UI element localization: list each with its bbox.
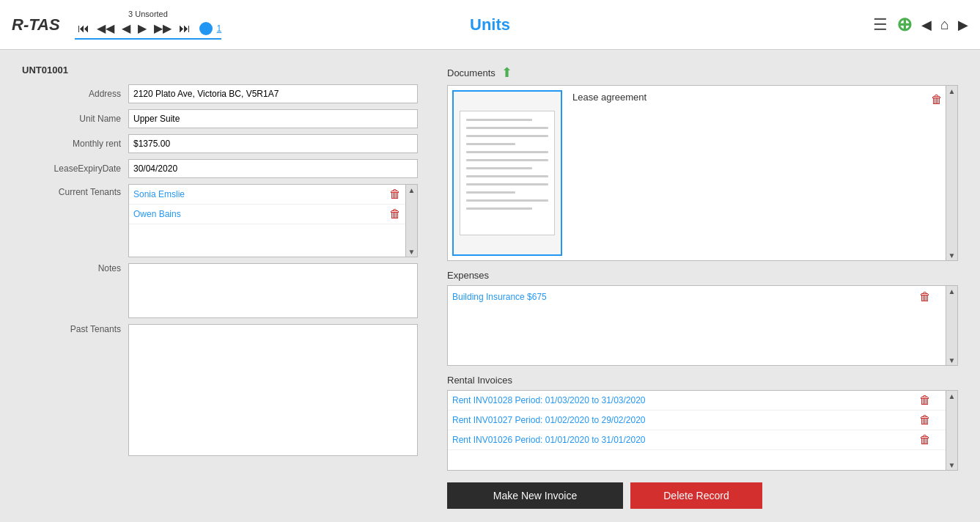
home-icon[interactable]: ⌂ bbox=[940, 16, 949, 33]
scroll-up-arrow[interactable]: ▲ bbox=[407, 185, 417, 195]
doc-line bbox=[466, 207, 532, 210]
upload-icon[interactable]: ⬆ bbox=[501, 65, 512, 81]
notes-label: Notes bbox=[22, 263, 128, 273]
doc-line bbox=[466, 127, 548, 129]
page-title: Units bbox=[470, 15, 510, 34]
nav-underline bbox=[75, 38, 222, 40]
nav-last-button[interactable]: ⏭ bbox=[176, 21, 194, 37]
invoice-inv01026-link[interactable]: Rent INV01026 Period: 01/01/2020 to 31/0… bbox=[452, 435, 646, 445]
tenant-sonia-link[interactable]: Sonia Emslie bbox=[133, 189, 185, 199]
nav-controls: 3 Unsorted ⏮ ◀◀ ◀ ▶ ▶▶ ⏭ 1 bbox=[75, 10, 222, 40]
doc-name-area: Lease agreement bbox=[567, 86, 957, 260]
list-item: Rent INV01027 Period: 01/02/2020 to 29/0… bbox=[448, 411, 946, 430]
doc-name: Lease agreement bbox=[572, 92, 646, 103]
invoices-scrollbar: ▲ ▼ bbox=[946, 391, 957, 470]
main-content: UNT01001 Address Unit Name Monthly rent … bbox=[0, 50, 980, 522]
app-logo: R-TAS bbox=[12, 15, 60, 34]
nav-record-number: 1 bbox=[217, 23, 222, 34]
docs-scrollbar: ▲ ▼ bbox=[946, 86, 957, 260]
doc-line bbox=[466, 183, 548, 185]
docs-scroll-up[interactable]: ▲ bbox=[947, 86, 957, 96]
doc-thumbnail-inner bbox=[460, 111, 555, 235]
nav-right-icon[interactable]: ▶ bbox=[958, 17, 968, 33]
invoices-list-content: Rent INV01028 Period: 01/03/2020 to 31/0… bbox=[448, 391, 946, 470]
invoice-inv01027-link[interactable]: Rent INV01027 Period: 01/02/2020 to 29/0… bbox=[452, 415, 646, 425]
doc-line bbox=[466, 151, 548, 153]
notes-textarea[interactable] bbox=[128, 263, 418, 318]
delete-invoice-1-icon[interactable]: 🗑 bbox=[919, 413, 931, 427]
invoice-inv01028-link[interactable]: Rent INV01028 Period: 01/03/2020 to 31/0… bbox=[452, 395, 646, 405]
docs-scroll-down[interactable]: ▼ bbox=[947, 250, 957, 260]
doc-line bbox=[466, 135, 548, 137]
doc-line bbox=[466, 119, 532, 121]
nav-dot bbox=[199, 22, 213, 35]
doc-line bbox=[466, 199, 548, 202]
add-icon[interactable]: ⊕ bbox=[896, 13, 913, 36]
delete-invoice-2-icon[interactable]: 🗑 bbox=[919, 433, 931, 446]
expenses-scroll-down[interactable]: ▼ bbox=[947, 355, 957, 365]
invoices-scroll-up[interactable]: ▲ bbox=[947, 391, 957, 401]
delete-tenant-sonia-icon[interactable]: 🗑 bbox=[389, 188, 401, 201]
doc-line bbox=[466, 143, 515, 145]
address-input[interactable] bbox=[128, 84, 418, 103]
document-thumbnail[interactable] bbox=[452, 90, 562, 256]
invoices-scroll-down[interactable]: ▼ bbox=[947, 460, 957, 470]
documents-section: Documents ⬆ bbox=[447, 65, 958, 261]
scroll-down-arrow[interactable]: ▼ bbox=[407, 246, 417, 257]
delete-tenant-owen-icon[interactable]: 🗑 bbox=[389, 207, 401, 221]
past-tenants-label: Past Tenants bbox=[22, 324, 128, 334]
list-item: Owen Bains 🗑 bbox=[129, 205, 405, 224]
documents-area: Lease agreement 🗑 ▲ ▼ bbox=[447, 85, 958, 261]
list-icon[interactable]: ☰ bbox=[873, 15, 888, 34]
expense-building-insurance-link[interactable]: Building Insurance $675 bbox=[452, 292, 547, 302]
left-panel: UNT01001 Address Unit Name Monthly rent … bbox=[22, 65, 418, 507]
doc-line bbox=[466, 167, 532, 169]
right-panel: Documents ⬆ bbox=[447, 65, 958, 507]
delete-record-button[interactable]: Delete Record bbox=[630, 482, 762, 509]
unsorted-label: 3 Unsorted bbox=[128, 10, 168, 18]
monthly-rent-label: Monthly rent bbox=[22, 139, 128, 149]
delete-expense-icon[interactable]: 🗑 bbox=[919, 290, 931, 304]
nav-first-button[interactable]: ⏮ bbox=[75, 21, 92, 37]
list-item: Rent INV01026 Period: 01/01/2020 to 31/0… bbox=[448, 430, 946, 450]
address-row: Address bbox=[22, 84, 418, 103]
topbar-right: ☰ ⊕ ◀ ⌂ ▶ bbox=[873, 13, 968, 36]
past-tenants-container: Past Tenants bbox=[22, 324, 418, 456]
nav-next-next-button[interactable]: ▶▶ bbox=[151, 20, 174, 37]
lease-expiry-row: LeaseExpiryDate bbox=[22, 159, 418, 178]
documents-label: Documents bbox=[447, 67, 495, 78]
nav-prev-prev-button[interactable]: ◀◀ bbox=[94, 20, 117, 37]
expenses-scroll-up[interactable]: ▲ bbox=[947, 286, 957, 296]
past-tenants-box bbox=[128, 324, 418, 456]
nav-left-icon[interactable]: ◀ bbox=[921, 17, 932, 33]
record-id: UNT01001 bbox=[22, 65, 418, 76]
nav-buttons: ⏮ ◀◀ ◀ ▶ ▶▶ ⏭ 1 bbox=[75, 20, 222, 37]
doc-line bbox=[466, 159, 548, 161]
nav-next-button[interactable]: ▶ bbox=[135, 20, 150, 37]
list-item: Rent INV01028 Period: 01/03/2020 to 31/0… bbox=[448, 391, 946, 411]
doc-line bbox=[466, 191, 515, 194]
expenses-list-content: Building Insurance $675 🗑 bbox=[448, 286, 946, 365]
unit-name-input[interactable] bbox=[128, 109, 418, 128]
make-new-invoice-button[interactable]: Make New Invoice bbox=[447, 482, 623, 509]
nav-prev-button[interactable]: ◀ bbox=[119, 20, 133, 37]
delete-invoice-0-icon[interactable]: 🗑 bbox=[919, 394, 931, 407]
current-tenants-label: Current Tenants bbox=[22, 184, 128, 197]
expenses-scrollbar: ▲ ▼ bbox=[946, 286, 957, 365]
monthly-rent-row: Monthly rent bbox=[22, 134, 418, 153]
lease-expiry-input[interactable] bbox=[128, 159, 418, 178]
lease-expiry-label: LeaseExpiryDate bbox=[22, 163, 128, 174]
rental-invoices-section: Rental Invoices Rent INV01028 Period: 01… bbox=[447, 375, 958, 471]
delete-document-icon[interactable]: 🗑 bbox=[931, 93, 943, 106]
topbar: R-TAS 3 Unsorted ⏮ ◀◀ ◀ ▶ ▶▶ ⏭ 1 Units ☰… bbox=[0, 0, 980, 50]
unit-name-row: Unit Name bbox=[22, 109, 418, 128]
expenses-section: Expenses Building Insurance $675 🗑 ▲ ▼ bbox=[447, 270, 958, 366]
current-tenants-list: Sonia Emslie 🗑 Owen Bains 🗑 ▲ ▼ bbox=[128, 184, 418, 257]
monthly-rent-input[interactable] bbox=[128, 134, 418, 153]
doc-line bbox=[466, 175, 548, 177]
documents-label-row: Documents ⬆ bbox=[447, 65, 958, 81]
expenses-label-row: Expenses bbox=[447, 270, 958, 281]
expenses-label: Expenses bbox=[447, 270, 489, 281]
tenant-owen-link[interactable]: Owen Bains bbox=[133, 209, 181, 219]
invoices-label-row: Rental Invoices bbox=[447, 375, 958, 386]
